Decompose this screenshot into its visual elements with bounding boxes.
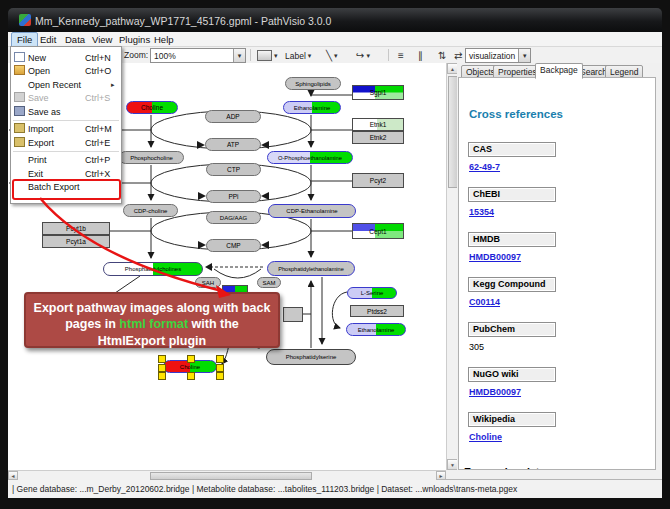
menu-item-new[interactable]: NewCtrl+N	[11, 51, 121, 65]
node-pisd[interactable]	[283, 307, 303, 322]
node-sah[interactable]: SAH	[195, 277, 221, 288]
expression-data-heading: Expression data	[464, 466, 545, 470]
menu-data[interactable]: Data	[60, 33, 90, 47]
selection-handle[interactable]	[187, 355, 195, 363]
backpage-content: Cross references CAS 62-49-7 ChEBI 15354…	[458, 77, 656, 470]
align-vertical-button[interactable]: ⇅	[436, 48, 448, 63]
menu-item-save: SaveCtrl+S	[11, 92, 121, 106]
align-horizontal-button[interactable]: ⇄	[452, 48, 464, 63]
node-phosphatidylcholines[interactable]: Phosphatidylcholines	[103, 262, 203, 276]
annotation-line3: HtmlExport plugin	[26, 333, 278, 349]
node-ptdss2[interactable]: Ptdss2	[350, 305, 404, 317]
node-l-serine[interactable]: L-Serine	[347, 287, 397, 299]
selection-handle[interactable]	[158, 355, 166, 363]
app-icon	[19, 14, 31, 26]
node-phosphatidylethanolamine[interactable]: Phosphatidylethanolamine	[267, 261, 355, 276]
node-cdp-ethanolamine[interactable]: CDP-Ethanolamine	[268, 204, 356, 218]
xref-link-kegg[interactable]: C00114	[469, 297, 500, 307]
section-header-cas: CAS	[468, 142, 556, 157]
xref-link-hmdb[interactable]: HMDB00097	[469, 252, 521, 262]
xref-link-cas[interactable]: 62-49-7	[469, 162, 500, 172]
line-tool-button[interactable]: ╲ ▾	[324, 48, 340, 63]
align-columns-button[interactable]: ∥	[416, 48, 425, 63]
selection-handle[interactable]	[216, 364, 224, 372]
selection-handle[interactable]	[216, 355, 224, 363]
node-pcyt2[interactable]: Pcyt2	[352, 173, 404, 188]
node-cmp[interactable]: CMP	[206, 239, 261, 252]
gene-tool-button[interactable]: ▾	[255, 48, 280, 63]
batch-export-highlight-box	[12, 179, 121, 200]
node-adp[interactable]: ADP	[205, 110, 261, 123]
tab-backpage[interactable]: Backpage	[535, 63, 583, 79]
menu-item-save-as[interactable]: Save as	[11, 105, 121, 119]
xref-value-pubchem: 305	[469, 342, 484, 352]
window-title: Mm_Kennedy_pathway_WP1771_45176.gpml - P…	[35, 15, 331, 27]
node-ethanolamine-bottom[interactable]: Ethanolamine	[346, 323, 406, 336]
canvas-horizontal-scrollbar[interactable]: ◄ ►	[8, 470, 446, 480]
dropdown-arrow-icon[interactable]: ▾	[518, 49, 530, 62]
connector-tool-button[interactable]: ↪ ▾	[354, 48, 372, 63]
zoom-label: Zoom:	[124, 48, 148, 62]
node-sam[interactable]: SAM	[257, 277, 281, 288]
node-ctp[interactable]: CTP	[206, 163, 261, 176]
menu-help[interactable]: Help	[149, 33, 179, 47]
node-pcyt1a[interactable]: Pcyt1a	[42, 235, 110, 248]
xref-link-wikipedia[interactable]: Choline	[469, 432, 502, 442]
stack-rows-icon: ≡	[398, 50, 404, 61]
cross-references-heading: Cross references	[469, 108, 563, 120]
node-phosphatidylserine[interactable]: Phosphatidylserine	[266, 349, 356, 365]
node-phosphocholine[interactable]: Phosphocholine	[119, 151, 184, 164]
node-ppi[interactable]: PPi	[206, 190, 261, 203]
node-etnk2[interactable]: Etnk2	[352, 131, 404, 144]
import-icon	[14, 123, 25, 133]
node-cdp-choline[interactable]: CDP-choline	[123, 204, 178, 217]
selection-handle[interactable]	[158, 372, 166, 380]
section-header-hmdb: HMDB	[468, 232, 556, 247]
align-vertical-icon: ⇅	[438, 50, 446, 61]
menu-item-import[interactable]: ImportCtrl+M	[11, 123, 121, 137]
section-header-chebi: ChEBI	[468, 187, 556, 202]
node-etnk1[interactable]: Etnk1	[352, 118, 404, 131]
node-pcyt1b[interactable]: Pcyt1b	[42, 222, 110, 235]
status-bar: | Gene database: ...m_Derby_20120602.bri…	[8, 479, 662, 498]
menu-item-print[interactable]: PrintCtrl+P	[11, 154, 121, 168]
open-folder-icon	[14, 65, 25, 75]
section-header-kegg: Kegg Compound	[468, 277, 556, 292]
xref-link-nugo[interactable]: HMDB00097	[469, 387, 521, 397]
node-ethanolamine-top[interactable]: Ethanolamine	[283, 101, 341, 114]
xref-link-chebi[interactable]: 15354	[469, 207, 494, 217]
menu-item-open[interactable]: OpenCtrl+O	[11, 65, 121, 79]
horizontal-scroll-thumb[interactable]	[150, 472, 312, 480]
selection-handle[interactable]	[187, 372, 195, 380]
scroll-right-button[interactable]: ►	[436, 471, 446, 480]
selection-handle[interactable]	[216, 372, 224, 380]
node-dag-aag[interactable]: DAG/AAG	[206, 211, 261, 224]
node-choline-top[interactable]: Choline	[126, 101, 178, 114]
node-atp[interactable]: ATP	[205, 138, 261, 151]
selection-handle[interactable]	[158, 364, 166, 372]
annotation-line1: Export pathway images along with back	[26, 300, 278, 316]
zoom-combobox[interactable]: 100% ▾	[150, 48, 246, 63]
menu-item-open-recent[interactable]: Open Recent▸	[11, 78, 121, 92]
save-as-disk-icon	[14, 106, 25, 116]
menu-view[interactable]: View	[87, 33, 117, 47]
node-cept1[interactable]: Cept1	[352, 223, 404, 239]
menu-separator	[13, 151, 119, 152]
submenu-arrow-icon: ▸	[111, 81, 121, 89]
align-stack-button[interactable]: ≡	[396, 48, 406, 63]
label-tool-button[interactable]: Label ▾	[283, 48, 313, 63]
node-o-phosphoethanolamine[interactable]: O-Phosphoethanolamine	[267, 151, 353, 164]
section-header-nugo: NuGO wiki	[468, 367, 556, 382]
annotation-highlight: html format	[119, 317, 188, 331]
dropdown-arrow-icon[interactable]: ▾	[233, 49, 245, 62]
scroll-left-button[interactable]: ◄	[8, 471, 18, 480]
export-icon	[14, 137, 25, 147]
menu-item-export[interactable]: ExportCtrl+E	[11, 136, 121, 150]
stack-columns-icon: ∥	[418, 50, 423, 61]
node-sphingolipids[interactable]: Sphingolipids	[285, 77, 341, 90]
visualization-combobox[interactable]: visualization ▾	[465, 48, 531, 63]
title-bar[interactable]: Mm_Kennedy_pathway_WP1771_45176.gpml - P…	[8, 8, 662, 32]
status-text: | Gene database: ...m_Derby_20120602.bri…	[12, 484, 517, 494]
node-sgpl1[interactable]: Sgpl1	[352, 85, 404, 100]
menu-edit[interactable]: Edit	[35, 33, 61, 47]
